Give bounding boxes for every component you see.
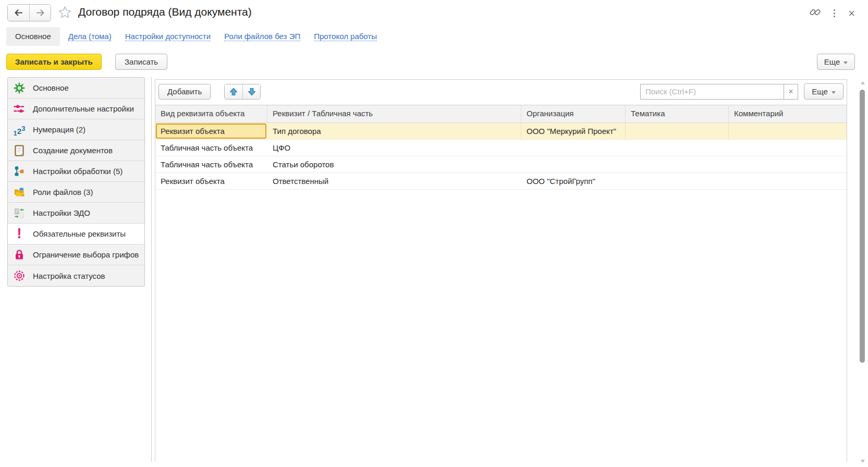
nav-history-group [7, 4, 51, 21]
more-menu-icon[interactable] [833, 8, 837, 19]
table-cell[interactable] [729, 156, 847, 173]
gear-icon [13, 81, 26, 95]
arrow-left-icon [14, 8, 23, 18]
sidebar-item-main[interactable]: Основное [8, 78, 144, 99]
numbering-icon: 123 [13, 123, 26, 137]
scroll-down-icon[interactable] [861, 460, 865, 463]
tab-link-cases[interactable]: Дела (тома) [68, 32, 112, 41]
table-cell[interactable]: ООО "СтройГрупп" [521, 173, 626, 189]
search-clear-button[interactable]: × [784, 84, 798, 100]
command-bar: Записать и закрыть Записать Еще [6, 54, 855, 70]
table-body: Реквизит объекта Тип договора ООО "Мерку… [155, 123, 847, 190]
table-cell[interactable] [626, 140, 729, 156]
favorite-star-icon[interactable] [58, 5, 72, 21]
focused-cell[interactable]: Реквизит объекта [156, 124, 266, 139]
save-and-close-button[interactable]: Записать и закрыть [6, 54, 102, 70]
tab-link-accessibility-settings[interactable]: Настройки доступности [125, 32, 211, 41]
sidebar-item-label: Дополнительные настройки [33, 104, 134, 113]
table-cell[interactable]: ЦФО [267, 140, 521, 156]
sidebar-item-label: Настройки обработки (5) [33, 167, 123, 176]
sidebar-item-label: Основное [33, 83, 69, 92]
sidebar-item-label: Ограничение выбора грифов [33, 250, 139, 259]
table-cell[interactable] [626, 123, 729, 139]
sidebar-item-numbering[interactable]: 123 Нумерация (2) [8, 119, 144, 140]
sidebar-item-document-creation[interactable]: Создание документов [8, 140, 144, 161]
table-row[interactable]: Реквизит объекта Ответственный ООО "Стро… [155, 173, 847, 190]
link-icon[interactable] [810, 7, 821, 20]
column-header[interactable]: Тематика [626, 105, 729, 122]
sidebar-item-label: Настройка статусов [33, 272, 105, 280]
column-header[interactable]: Организация [521, 105, 626, 122]
table-row[interactable]: Табличная часть объекта ЦФО [155, 140, 847, 156]
move-up-button[interactable] [225, 84, 242, 99]
table-cell[interactable]: Табличная часть объекта [155, 156, 267, 173]
sidebar-item-label: Настройки ЭДО [33, 208, 90, 217]
sidebar: Основное Дополнительные настройки 123 Ну… [7, 77, 145, 287]
table-cell[interactable] [729, 173, 847, 189]
sliders-icon [13, 102, 26, 116]
tab-link-file-roles-no-signature[interactable]: Роли файлов без ЭП [224, 32, 300, 41]
attributes-table: Вид реквизита объекта Реквизит / Табличн… [155, 105, 847, 190]
scroll-up-icon[interactable] [861, 81, 865, 84]
sidebar-item-label: Нумерация (2) [33, 125, 85, 134]
table-row[interactable]: Табличная часть объекта Статьи оборотов [155, 156, 847, 173]
table-cell[interactable] [729, 140, 847, 156]
sidebar-item-file-roles[interactable]: Роли файлов (3) [8, 182, 144, 203]
more-button-label: Еще [812, 87, 828, 96]
table-cell[interactable]: Реквизит объекта [155, 173, 267, 189]
edo-exchange-icon [13, 206, 26, 220]
table-cell[interactable] [729, 123, 847, 139]
more-button-top[interactable]: Еще [817, 54, 855, 70]
table-cell[interactable] [521, 156, 626, 173]
table-cell[interactable]: ООО "Меркурий Проект" [521, 123, 626, 139]
forward-button[interactable] [29, 5, 51, 21]
sidebar-item-additional-settings[interactable]: Дополнительные настройки [8, 99, 144, 119]
arrow-right-icon [35, 8, 45, 18]
left-panel-region: Основное Дополнительные настройки 123 Ну… [7, 77, 152, 462]
column-header[interactable]: Комментарий [729, 105, 847, 122]
search-input[interactable] [640, 84, 784, 100]
sidebar-item-status-settings[interactable]: Настройка статусов [8, 265, 144, 286]
more-button-label: Еще [824, 57, 840, 66]
sidebar-item-label: Роли файлов (3) [33, 188, 93, 196]
sidebar-item-stamp-restriction[interactable]: Ограничение выбора грифов [8, 244, 144, 265]
column-header[interactable]: Вид реквизита объекта [155, 105, 267, 122]
chevron-down-icon [832, 91, 836, 94]
table-row[interactable]: Реквизит объекта Тип договора ООО "Мерку… [155, 123, 847, 140]
save-button[interactable]: Записать [115, 54, 167, 70]
move-down-button[interactable] [242, 84, 260, 99]
sidebar-item-edo-settings[interactable]: Настройки ЭДО [8, 203, 144, 224]
close-icon[interactable]: × [848, 8, 855, 19]
table-cell[interactable] [521, 140, 626, 156]
sidebar-item-required-attributes[interactable]: ! Обязательные реквизиты [8, 224, 144, 244]
add-button[interactable]: Добавить [158, 84, 211, 100]
sidebar-item-processing-settings[interactable]: Настройки обработки (5) [8, 161, 144, 182]
table-toolbar: Добавить × Еще [155, 80, 847, 103]
lock-icon [13, 248, 26, 262]
more-button-table[interactable]: Еще [804, 83, 843, 100]
status-stamp-icon [13, 269, 26, 282]
table-header-row: Вид реквизита объекта Реквизит / Табличн… [155, 105, 847, 123]
chevron-down-icon [843, 62, 848, 64]
exclamation-icon: ! [13, 227, 26, 241]
table-cell[interactable]: Статьи оборотов [267, 156, 521, 173]
move-buttons-group [224, 84, 261, 100]
table-cell[interactable]: Ответственный [267, 173, 521, 189]
scrollbar-thumb[interactable] [860, 90, 865, 363]
main-panel: Добавить × Еще Вид реквизита объекта Рек… [155, 79, 847, 462]
table-cell[interactable]: Тип договора [267, 123, 521, 139]
table-cell[interactable]: Реквизит объекта [155, 123, 267, 139]
back-button[interactable] [8, 5, 29, 21]
table-cell[interactable] [626, 156, 729, 173]
arrow-up-icon [229, 88, 238, 96]
vertical-scrollbar[interactable] [860, 81, 865, 463]
flowchart-icon [13, 165, 26, 178]
column-header[interactable]: Реквизит / Табличная часть [267, 105, 521, 122]
page-title: Договор подряда (Вид документа) [78, 6, 252, 18]
arrow-down-icon [248, 88, 256, 96]
table-cell[interactable]: Табличная часть объекта [155, 140, 267, 156]
table-cell[interactable] [626, 173, 729, 189]
tab-link-work-log[interactable]: Протокол работы [314, 32, 377, 41]
tab-strip: Основное Дела (тома) Настройки доступнос… [6, 27, 852, 46]
tab-main[interactable]: Основное [6, 27, 60, 46]
